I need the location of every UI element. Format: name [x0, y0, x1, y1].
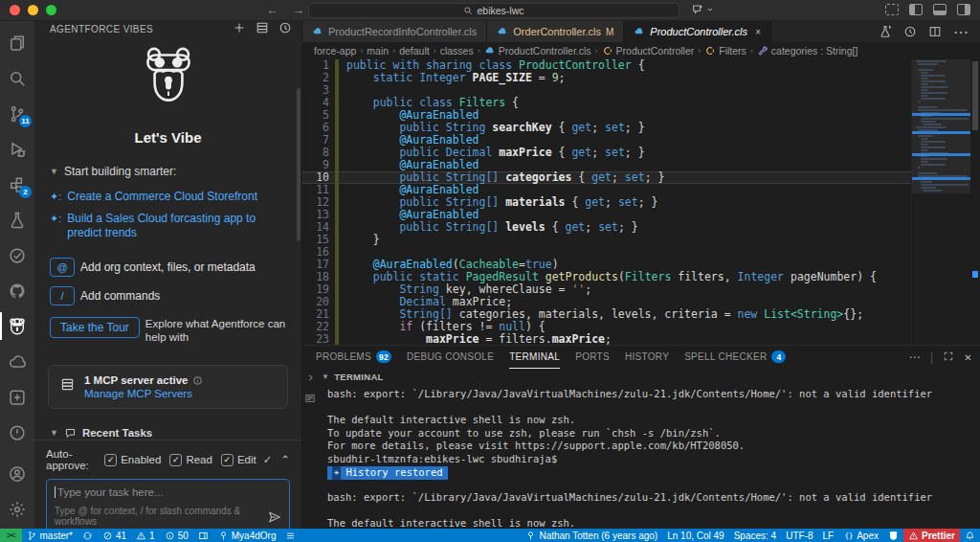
checkbox-enabled[interactable]: ✓ — [104, 454, 117, 466]
breadcrumb-item[interactable]: main — [367, 45, 389, 56]
timeline-icon[interactable] — [903, 25, 917, 38]
editor-tab[interactable]: OrderController.clsM — [487, 21, 624, 42]
code-line[interactable]: 14 public String[] levels { get; set; } — [302, 221, 911, 234]
sync[interactable] — [78, 529, 98, 542]
command-center-search[interactable]: ebikes-lwc — [308, 3, 679, 18]
suggestion-link[interactable]: ✦:Build a Sales Cloud forcasting app to … — [34, 212, 301, 240]
more-actions-icon[interactable]: ⋯ — [953, 23, 969, 41]
collapse-icon[interactable]: ⌃ — [280, 453, 290, 466]
activity-item-agentforce[interactable] — [0, 308, 34, 344]
forward-button[interactable]: → — [292, 3, 304, 17]
run-tests-icon[interactable] — [879, 25, 892, 38]
code-line[interactable]: 2 static Integer PAGE_SIZE = 9; — [302, 72, 911, 84]
customize-layout-button[interactable] — [885, 4, 899, 15]
approve-all-check-icon[interactable]: ✓ — [263, 453, 273, 466]
toggle-sidebar-button[interactable] — [909, 4, 923, 15]
breadcrumb-item[interactable]: ProductController.cls — [484, 45, 591, 56]
editor-layout[interactable] — [193, 529, 213, 542]
activity-item-run-debug[interactable] — [0, 131, 34, 167]
encoding[interactable]: UTF-8 — [781, 529, 817, 542]
activity-item-github[interactable] — [0, 273, 34, 308]
activity-item-tasks[interactable] — [0, 237, 34, 273]
default-org[interactable]: Mya4dOrg — [213, 529, 281, 542]
back-button[interactable]: ← — [266, 3, 278, 17]
activity-item-feedback[interactable] — [0, 415, 34, 450]
panel-tab-spell-checker[interactable]: SPELL CHECKER4 — [684, 346, 786, 369]
breadcrumb-item[interactable]: default — [399, 45, 430, 56]
activity-item-test[interactable] — [0, 202, 34, 237]
panel-tab-history[interactable]: HISTORY — [625, 346, 669, 369]
recent-tasks-section[interactable]: ▼ Recent Tasks — [34, 426, 301, 440]
minimize-window-button[interactable] — [28, 5, 38, 15]
close-panel-icon[interactable]: ✕ — [964, 352, 972, 363]
auto-approve-option[interactable]: ✓Edit — [221, 454, 256, 466]
maximize-panel-icon[interactable] — [943, 350, 954, 365]
activity-item-add-view[interactable] — [0, 379, 34, 415]
panel-tab-problems[interactable]: PROBLEMS92 — [316, 346, 391, 369]
toggle-panel-button[interactable] — [933, 4, 947, 15]
split-editor-icon[interactable] — [928, 25, 942, 38]
breadcrumb-item[interactable]: classes — [440, 45, 474, 56]
maximize-window-button[interactable] — [46, 5, 56, 15]
task-input[interactable]: Type your task here... Type @ for contex… — [46, 479, 290, 534]
chat-menu-button[interactable] — [691, 3, 714, 16]
language-mode[interactable]: {}Apex — [838, 529, 883, 542]
manage-mcp-servers-link[interactable]: Manage MCP Servers — [84, 388, 203, 399]
activity-item-salesforce-cloud[interactable] — [0, 344, 34, 379]
breadcrumb-item[interactable]: categories : String[] — [757, 45, 858, 56]
toggle-secondary-sidebar-button[interactable] — [957, 4, 970, 15]
new-chat-icon[interactable] — [233, 21, 246, 37]
close-icon[interactable]: × — [755, 27, 761, 37]
history-icon[interactable] — [278, 21, 292, 37]
terminal-output[interactable]: bash: export: `/Library/Java/JavaVirtual… — [318, 385, 980, 529]
editor-scrollbar[interactable] — [970, 59, 980, 345]
activity-item-source-control[interactable]: 11 — [0, 96, 34, 131]
code-editor[interactable]: 1public with sharing class ProductContro… — [302, 59, 980, 345]
suggestion-link[interactable]: ✦:Create a Commerce Cloud Storefront — [34, 190, 301, 204]
checkbox-read[interactable]: ✓ — [169, 454, 182, 466]
editor-tab[interactable]: ProductController.cls× — [624, 21, 771, 42]
activity-item-account[interactable] — [0, 456, 34, 491]
activity-item-explorer[interactable] — [0, 25, 34, 60]
breadcrumb-separator: › — [392, 46, 395, 56]
activity-item-extensions[interactable]: 2 — [0, 167, 34, 202]
breadcrumb-item[interactable]: Filters — [704, 45, 746, 56]
more-actions-icon[interactable]: ⋯ — [909, 350, 921, 364]
org-menu[interactable] — [280, 529, 301, 542]
editor-tab[interactable]: ProductRecordInfoController.cls — [302, 21, 487, 42]
panel-tab-terminal[interactable]: TERMINAL — [509, 346, 560, 369]
panel-tab-debug-console[interactable]: DEBUG CONSOLE — [407, 346, 494, 369]
code-line[interactable]: 15 } — [302, 234, 911, 246]
git-branch[interactable]: master* — [22, 529, 78, 542]
panel-tab-ports[interactable]: PORTS — [575, 346, 610, 369]
problems-errors[interactable]: 41 — [98, 529, 131, 542]
take-the-tour-button[interactable]: Take the Tour — [50, 317, 140, 338]
send-icon[interactable] — [268, 510, 281, 527]
problems-info[interactable]: 50 — [160, 529, 193, 542]
sidebar-scrollbar[interactable] — [297, 88, 301, 241]
git-blame[interactable]: Nathan Totten (6 years ago) — [521, 529, 662, 542]
chevron-right-icon[interactable] — [305, 373, 316, 383]
cursor-position[interactable]: Ln 10, Col 49 — [662, 529, 729, 542]
code-line[interactable]: 23 maxPrice = filters.maxPrice; — [302, 333, 911, 345]
remote-indicator[interactable]: >< — [0, 529, 22, 542]
close-window-button[interactable] — [10, 5, 20, 15]
chevron-down-icon[interactable]: ▼ — [322, 371, 329, 384]
activity-item-search[interactable] — [0, 60, 34, 96]
breadcrumb-item[interactable]: ProductController — [602, 45, 695, 56]
checkbox-edit[interactable]: ✓ — [221, 454, 234, 466]
agentforce-status[interactable] — [883, 529, 903, 542]
activity-item-settings[interactable] — [0, 491, 34, 527]
eol[interactable]: LF — [818, 529, 839, 542]
auto-approve-option[interactable]: ✓Enabled — [104, 454, 161, 466]
prettier[interactable]: Prettier — [903, 529, 960, 542]
minimap[interactable] — [911, 59, 970, 345]
problems-warnings[interactable]: 1 — [131, 529, 160, 542]
mcp-server-icon[interactable] — [256, 21, 269, 37]
chevron-down-icon[interactable]: ▼ — [50, 165, 58, 178]
auto-approve-option[interactable]: ✓Read — [169, 454, 212, 466]
breadcrumb-item[interactable]: force-app — [314, 45, 356, 56]
indentation[interactable]: Spaces: 4 — [729, 529, 781, 542]
terminal-list-icon[interactable] — [304, 393, 316, 404]
notifications[interactable] — [960, 529, 980, 542]
